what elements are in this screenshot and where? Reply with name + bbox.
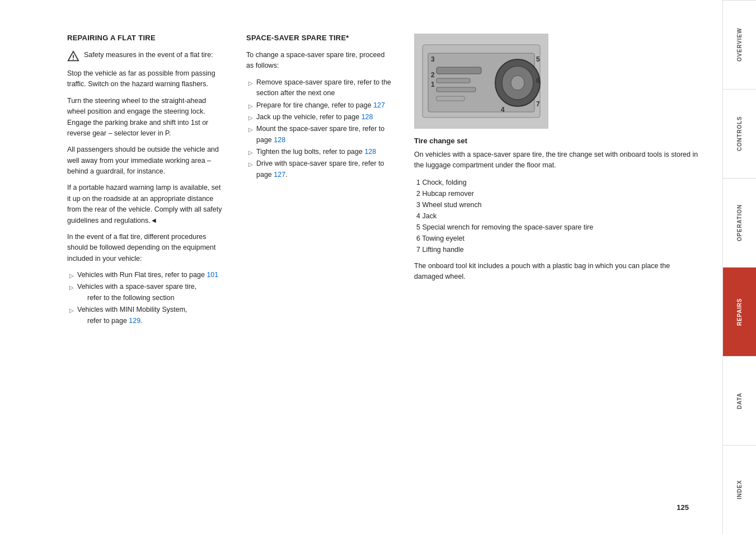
warning-box: Safety measures in the event of a flat t… (67, 50, 224, 63)
paragraph-2: Turn the steering wheel to the straight-… (67, 96, 224, 139)
tire-change-intro: On vehicles with a space-saver spare tir… (414, 149, 700, 171)
svg-text:5: 5 (536, 55, 540, 63)
page-number: 125 (67, 503, 700, 512)
step-arrow-4: ▷ (248, 125, 253, 134)
sidebar-tabs: OVERVIEW CONTROLS OPERATION REPAIRS DATA… (723, 0, 756, 534)
bullet-arrow-1: ▷ (69, 271, 74, 280)
numbered-item-1: 1 Chock, folding (414, 177, 700, 188)
svg-text:2: 2 (431, 71, 435, 79)
bullet-arrow-2: ▷ (69, 283, 74, 292)
step-text-1: Remove space-saver spare tire, refer to … (256, 77, 392, 99)
step-item-6: ▷ Drive with space-saver spare tire, ref… (246, 158, 392, 180)
bullet-text-3: Vehicles with MINI Mobility System,refer… (77, 305, 187, 326)
middle-column: SPACE-SAVER SPARE TIRE* To change a spac… (246, 34, 392, 492)
main-content: REPAIRING A FLAT TIRE Safety measures in… (0, 0, 722, 534)
bullet-item-3: ▷ Vehicles with MINI Mobility System,ref… (67, 305, 224, 326)
paragraph-3: All passengers should be outside the veh… (67, 144, 224, 177)
link-127a[interactable]: 127 (373, 101, 385, 109)
numbered-item-3: 3 Wheel stud wrench (414, 199, 700, 210)
step-item-4: ▷ Mount the space-saver spare tire, refe… (246, 124, 392, 146)
tire-diagram-svg: 5 6 3 2 1 7 4 (414, 34, 548, 129)
step-item-1: ▷ Remove space-saver spare tire, refer t… (246, 77, 392, 99)
tire-change-title: Tire change set (414, 137, 700, 145)
sidebar-tab-operation[interactable]: OPERATION (723, 178, 756, 267)
step-arrow-3: ▷ (248, 114, 253, 123)
middle-intro: To change a space-saver spare tire, proc… (246, 50, 392, 72)
tire-image: 5 6 3 2 1 7 4 (414, 34, 548, 129)
right-sidebar: OVERVIEW CONTROLS OPERATION REPAIRS DATA… (722, 0, 756, 534)
svg-text:1: 1 (431, 81, 435, 88)
link-127b[interactable]: 127 (274, 171, 285, 179)
sidebar-tab-overview[interactable]: OVERVIEW (723, 0, 756, 89)
step-text-4: Mount the space-saver spare tire, refer … (256, 124, 392, 146)
step-text-6: Drive with space-saver spare tire, refer… (256, 158, 392, 180)
step-item-5: ▷ Tighten the lug bolts, refer to page 1… (246, 147, 392, 157)
step-text-2: Prepare for tire change, refer to page 1… (256, 100, 385, 111)
warning-text: Safety measures in the event of a flat t… (84, 50, 213, 60)
svg-rect-10 (436, 67, 481, 74)
step-arrow-1: ▷ (248, 79, 253, 88)
link-128a[interactable]: 128 (361, 113, 373, 121)
link-101[interactable]: 101 (206, 271, 218, 279)
spare-tire-steps-list: ▷ Remove space-saver spare tire, refer t… (246, 77, 392, 180)
closing-text: The onboard tool kit includes a pouch wi… (414, 261, 700, 283)
step-text-5: Tighten the lug bolts, refer to page 128 (256, 147, 376, 157)
svg-text:4: 4 (501, 106, 505, 114)
numbered-item-5: 5 Special wrench for removing the space-… (414, 222, 700, 233)
content-columns: REPAIRING A FLAT TIRE Safety measures in… (67, 34, 700, 492)
svg-rect-12 (436, 87, 476, 92)
numbered-item-2: 2 Hubcap remover (414, 188, 700, 199)
step-item-3: ▷ Jack up the vehicle, refer to page 128 (246, 112, 392, 123)
numbered-item-4: 4 Jack (414, 210, 700, 222)
svg-rect-13 (436, 96, 464, 101)
numbered-items-list: 1 Chock, folding 2 Hubcap remover 3 Whee… (414, 177, 700, 255)
sidebar-tab-repairs[interactable]: REPAIRS (723, 267, 756, 356)
link-129[interactable]: 129 (129, 317, 140, 325)
right-column: 5 6 3 2 1 7 4 Tire change set On vehicle… (414, 34, 700, 492)
paragraph-1: Stop the vehicle as far as possible from… (67, 68, 224, 90)
step-text-3: Jack up the vehicle, refer to page 128 (256, 112, 373, 123)
paragraph-5: In the event of a flat tire, different p… (67, 232, 224, 264)
numbered-item-7: 7 Lifting handle (414, 244, 700, 255)
svg-text:7: 7 (536, 100, 540, 108)
sidebar-tab-controls[interactable]: CONTROLS (723, 89, 756, 178)
left-column: REPAIRING A FLAT TIRE Safety measures in… (67, 34, 224, 492)
page-container: REPAIRING A FLAT TIRE Safety measures in… (0, 0, 756, 534)
paragraph-4: If a portable hazard warning lamp is ava… (67, 182, 224, 226)
svg-rect-11 (436, 78, 470, 83)
sidebar-tab-data[interactable]: DATA (723, 356, 756, 445)
svg-point-9 (511, 76, 524, 90)
link-128c[interactable]: 128 (364, 148, 376, 156)
middle-section-title: SPACE-SAVER SPARE TIRE* (246, 34, 392, 42)
step-arrow-5: ▷ (248, 148, 253, 157)
bullet-arrow-3: ▷ (69, 306, 74, 315)
bullet-text-2: Vehicles with a space-saver spare tire,r… (77, 282, 196, 303)
bullet-text-1: Vehicles with Run Flat tires, refer to p… (77, 270, 218, 280)
step-arrow-6: ▷ (248, 160, 253, 169)
svg-text:3: 3 (431, 55, 435, 63)
sidebar-tab-index[interactable]: INDEX (723, 445, 756, 534)
bullet-item-2: ▷ Vehicles with a space-saver spare tire… (67, 282, 224, 303)
numbered-item-6: 6 Towing eyelet (414, 233, 700, 244)
step-arrow-2: ▷ (248, 102, 253, 111)
link-128b[interactable]: 128 (274, 136, 285, 144)
warning-icon (67, 50, 79, 63)
step-item-2: ▷ Prepare for tire change, refer to page… (246, 100, 392, 111)
svg-text:6: 6 (536, 77, 540, 85)
left-section-title: REPAIRING A FLAT TIRE (67, 34, 224, 42)
svg-point-2 (73, 59, 74, 60)
bullet-item-1: ▷ Vehicles with Run Flat tires, refer to… (67, 270, 224, 280)
flat-tire-bullet-list: ▷ Vehicles with Run Flat tires, refer to… (67, 270, 224, 326)
